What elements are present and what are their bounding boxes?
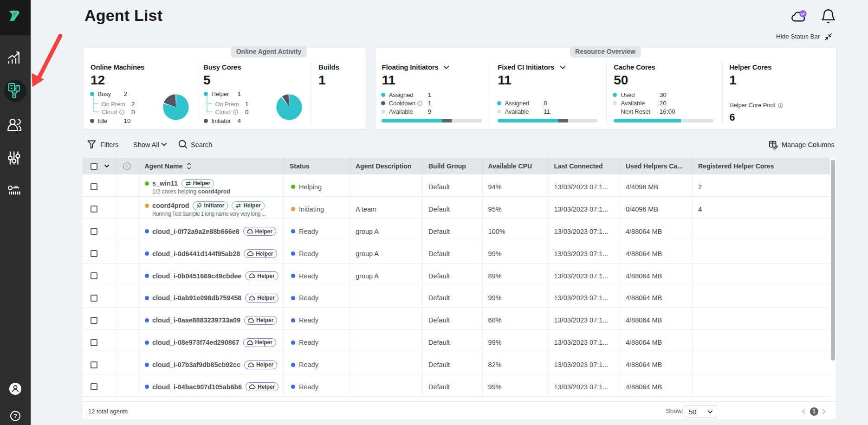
svg-text:?: ?: [13, 412, 17, 419]
